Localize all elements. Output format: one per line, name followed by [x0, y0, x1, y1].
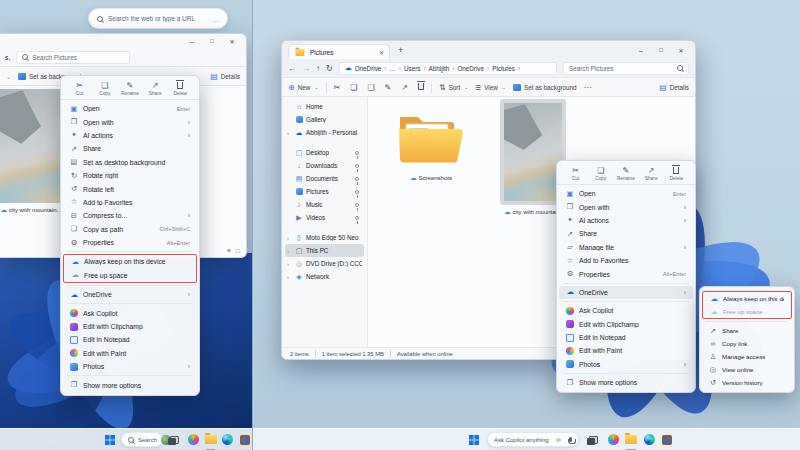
- file-item-folder[interactable]: Screenshots: [390, 109, 472, 182]
- see-more-icon[interactable]: [584, 83, 592, 92]
- maximize-button[interactable]: [202, 35, 222, 47]
- menu-item-show-more-options[interactable]: ❐Show more options: [559, 376, 693, 389]
- cut-button[interactable]: ✂: [334, 83, 341, 92]
- more-options-icon[interactable]: [212, 10, 219, 28]
- paste-button[interactable]: ❑: [367, 83, 374, 92]
- sort-button[interactable]: Sort: [439, 83, 468, 92]
- menu-item-edit-with-paint[interactable]: Edit with Paint: [559, 344, 693, 357]
- breadcrumb-segment-abhijith[interactable]: Abhijith: [429, 65, 450, 72]
- menu-item-ask-copilot[interactable]: Ask Copilot: [63, 306, 197, 319]
- menu-item-open-with[interactable]: ❒Open with: [63, 115, 197, 128]
- breadcrumb-segment-users[interactable]: Users: [404, 65, 420, 72]
- new-button[interactable]: New: [288, 83, 319, 92]
- menu-item-copy-as-path[interactable]: ❏Copy as pathCtrl+Shift+C: [63, 223, 197, 236]
- quick-action-share[interactable]: ↗Share: [143, 81, 167, 96]
- copilot-button[interactable]: [605, 432, 621, 448]
- sidebar-item-downloads[interactable]: ↓Downloads: [285, 159, 364, 172]
- menu-item-show-more-options[interactable]: ❐Show more options: [63, 378, 197, 391]
- edge-button[interactable]: [641, 432, 657, 448]
- edge-search-pill[interactable]: Search the web or type a URL: [88, 8, 228, 29]
- menu-item-version-history[interactable]: ↺Version history: [702, 376, 792, 389]
- quick-action-delete[interactable]: Delete: [168, 81, 192, 96]
- menu-item-properties[interactable]: ⚙PropertiesAlt+Enter: [559, 267, 693, 280]
- quick-action-cut[interactable]: ✂Cut: [68, 81, 92, 96]
- search-input[interactable]: Search Pictures: [563, 62, 689, 75]
- start-button[interactable]: [102, 432, 117, 448]
- sidebar-item-music[interactable]: ♪Music: [285, 198, 364, 211]
- menu-item-edit-with-paint[interactable]: Edit with Paint: [63, 347, 197, 360]
- menu-item-rotate-left[interactable]: ↺Rotate left: [63, 182, 197, 195]
- menu-item-rotate-right[interactable]: ↻Rotate right: [63, 169, 197, 182]
- share-button[interactable]: ↗: [401, 83, 408, 92]
- menu-item-share[interactable]: ↗Share: [559, 227, 693, 240]
- rename-button[interactable]: ✎: [385, 83, 392, 92]
- sidebar-item-gallery[interactable]: Gallery: [285, 113, 364, 126]
- sidebar-item-this-pc[interactable]: ▢This PC: [285, 244, 364, 257]
- refresh-icon[interactable]: [326, 64, 333, 73]
- menu-item-share[interactable]: ↗Share: [63, 142, 197, 155]
- delete-button[interactable]: [418, 83, 424, 92]
- menu-item-onedrive[interactable]: ☁OneDrive: [559, 286, 693, 299]
- breadcrumb-segment-onedrive[interactable]: OneDrive: [457, 65, 484, 72]
- menu-item-compress-to[interactable]: ⊟Compress to...: [63, 209, 197, 222]
- tab-pictures[interactable]: Pictures: [288, 44, 390, 59]
- menu-item-onedrive[interactable]: ☁OneDrive: [63, 288, 197, 301]
- menu-item-copy-link[interactable]: ∞Copy link: [702, 337, 792, 350]
- quick-action-share[interactable]: ↗Share: [639, 166, 663, 181]
- close-button[interactable]: [222, 35, 242, 47]
- up-icon[interactable]: [316, 64, 320, 73]
- menu-item-edit-in-notepad[interactable]: Edit in Notepad: [63, 333, 197, 346]
- sidebar-item-abhijith-personal[interactable]: ☁Abhijith - Personal: [285, 126, 364, 139]
- sidebar-item-network[interactable]: ◈Network: [285, 270, 364, 283]
- back-icon[interactable]: [288, 64, 296, 73]
- menu-item-free-up-space[interactable]: ☁Free up space: [703, 305, 791, 318]
- menu-item-edit-with-clipchamp[interactable]: Edit with Clipchamp: [559, 318, 693, 331]
- menu-item-add-to-favorites[interactable]: ☆Add to Favorites: [63, 196, 197, 209]
- menu-item-share[interactable]: ↗Share: [702, 324, 792, 337]
- breadcrumb-segment-onedrive[interactable]: OneDrive: [355, 65, 382, 72]
- copilot-button[interactable]: [186, 432, 201, 448]
- menu-item-always-keep-on-this-device[interactable]: ☁Always keep on this device: [64, 255, 196, 268]
- menu-item-manage-file[interactable]: ▱Manage file: [559, 241, 693, 254]
- menu-item-photos[interactable]: Photos: [559, 358, 693, 371]
- menu-item-open[interactable]: ▣OpenEnter: [63, 102, 197, 115]
- task-view-button[interactable]: [167, 432, 182, 448]
- menu-item-free-up-space[interactable]: ☁Free up space: [64, 269, 196, 282]
- edge-button[interactable]: [220, 432, 235, 448]
- new-tab-button[interactable]: [398, 45, 403, 55]
- minimize-button[interactable]: [631, 44, 651, 56]
- microphone-icon[interactable]: [569, 437, 572, 442]
- menu-item-open[interactable]: ▣OpenEnter: [559, 187, 693, 200]
- task-view-button[interactable]: [585, 432, 601, 448]
- sidebar-item-pictures[interactable]: Pictures: [285, 185, 364, 198]
- breadcrumb-segment-pictures[interactable]: Pictures: [492, 65, 515, 72]
- menu-item-ai-actions[interactable]: ✦AI actions: [559, 214, 693, 227]
- quick-action-copy[interactable]: ❏Copy: [589, 166, 613, 181]
- menu-item-open-with[interactable]: ❒Open with: [559, 200, 693, 213]
- sidebar-item-documents[interactable]: ▤Documents: [285, 172, 364, 185]
- store-button[interactable]: [659, 432, 675, 448]
- menu-item-always-keep-on-this-device[interactable]: ☁Always keep on this device: [703, 292, 791, 305]
- minimize-button[interactable]: [182, 35, 202, 47]
- breadcrumb-segment-[interactable]: …: [389, 65, 395, 72]
- quick-action-rename[interactable]: ✎Rename: [118, 81, 142, 96]
- sidebar-item-moto-edge-50-neo[interactable]: ▯Moto Edge 50 Neo: [285, 231, 364, 244]
- details-button[interactable]: Details: [210, 72, 240, 81]
- taskbar-search-box[interactable]: Search: [121, 432, 163, 447]
- file-explorer-button[interactable]: [203, 432, 218, 448]
- sidebar-item-dvd-drive-d-ccc[interactable]: ◎DVD Drive (D:) CCC: [285, 257, 364, 270]
- tab-close-icon[interactable]: [379, 49, 384, 56]
- quick-action-delete[interactable]: Delete: [664, 166, 688, 181]
- start-button[interactable]: [466, 432, 482, 448]
- sidebar-item-videos[interactable]: ▶Videos: [285, 211, 364, 224]
- menu-item-properties[interactable]: ⚙PropertiesAlt+Enter: [63, 236, 197, 249]
- copy-button[interactable]: ❏: [350, 83, 357, 92]
- forward-icon[interactable]: [302, 64, 310, 73]
- maximize-button[interactable]: [651, 44, 671, 56]
- close-button[interactable]: [671, 44, 691, 56]
- breadcrumb[interactable]: s: [0, 54, 8, 61]
- set-as-background-button[interactable]: Set as background: [513, 84, 577, 91]
- copilot-search-box[interactable]: Ask Copilot anything: [487, 432, 579, 447]
- sidebar-item-home[interactable]: ⌂Home: [285, 100, 364, 113]
- details-button[interactable]: Details: [659, 83, 689, 92]
